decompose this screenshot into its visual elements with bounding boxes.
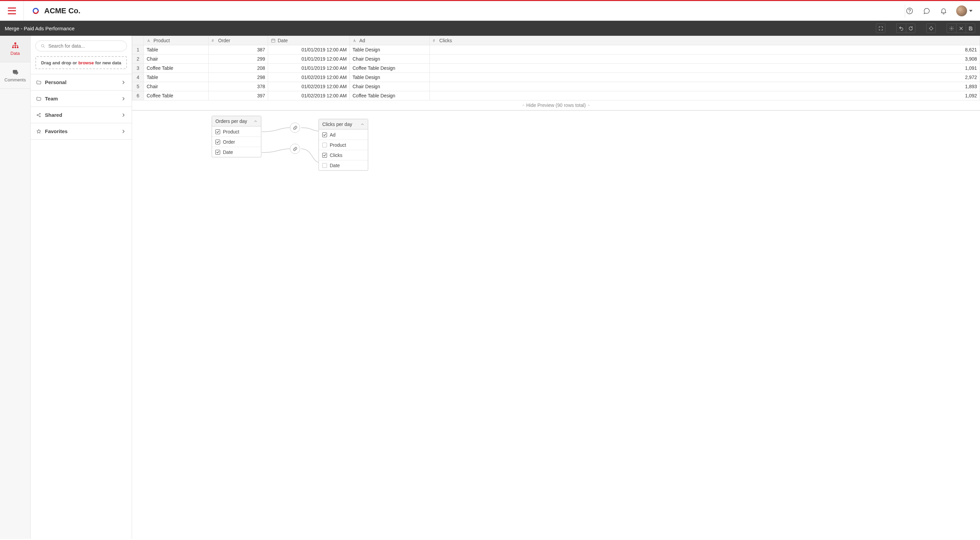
help-button[interactable] bbox=[905, 6, 914, 15]
column-header-product[interactable]: Product bbox=[144, 36, 208, 45]
document-title: Merge - Paid Ads Performance bbox=[5, 25, 75, 31]
titlebar: Merge - Paid Ads Performance bbox=[0, 21, 980, 36]
dropzone-text-post: for new data bbox=[95, 60, 121, 65]
topbar-actions bbox=[905, 5, 980, 16]
search-input[interactable] bbox=[48, 43, 122, 49]
search-box[interactable] bbox=[35, 40, 127, 51]
chevron-right-icon bbox=[121, 80, 126, 85]
chevron-up-icon bbox=[522, 104, 525, 107]
caret-down-icon bbox=[969, 10, 972, 12]
data-dropzone[interactable]: Drag and drop or browse for new data bbox=[35, 56, 127, 69]
rail-item-label: Comments bbox=[5, 77, 26, 83]
table-row[interactable]: 1Table38701/01/2019 12:00 AMTable Design… bbox=[132, 45, 980, 54]
row-number: 1 bbox=[132, 45, 144, 54]
preview-grid: Product Order Date Ad Clicks 1Table38701… bbox=[132, 36, 980, 111]
column-header-date[interactable]: Date bbox=[268, 36, 350, 45]
cell-order: 299 bbox=[208, 54, 268, 64]
brand-name: ACME Co. bbox=[44, 6, 80, 15]
link-icon bbox=[293, 125, 298, 131]
cell-product: Coffee Table bbox=[144, 64, 208, 73]
chevron-right-icon bbox=[121, 96, 126, 102]
undo-button[interactable] bbox=[896, 24, 906, 33]
table-row[interactable]: 2Chair29901/01/2019 12:00 AMChair Design… bbox=[132, 54, 980, 64]
chevron-up-icon bbox=[253, 119, 258, 123]
folder-team[interactable]: Team bbox=[30, 91, 132, 107]
folder-icon bbox=[36, 96, 41, 102]
checkbox-checked-icon bbox=[322, 153, 327, 158]
bell-icon bbox=[940, 7, 947, 14]
browse-link[interactable]: browse bbox=[78, 60, 94, 65]
search-icon bbox=[40, 44, 46, 49]
column-header-clicks[interactable]: Clicks bbox=[430, 36, 980, 45]
checkbox-checked-icon bbox=[215, 129, 220, 134]
hamburger-menu-button[interactable] bbox=[0, 1, 24, 21]
chat-icon bbox=[923, 7, 930, 14]
cell-product: Chair bbox=[144, 54, 208, 64]
field-date[interactable]: Date bbox=[319, 160, 368, 170]
save-button[interactable] bbox=[966, 24, 975, 33]
rail: Data Comments bbox=[0, 36, 30, 539]
join-link-badge[interactable] bbox=[290, 123, 300, 133]
row-number-header bbox=[132, 36, 144, 45]
field-ad[interactable]: Ad bbox=[319, 129, 368, 140]
undo-icon bbox=[899, 26, 904, 31]
merge-node-orders[interactable]: Orders per day Product Order Date bbox=[212, 116, 261, 157]
share-icon bbox=[36, 112, 41, 118]
table-row[interactable]: 6Coffee Table39701/02/2019 12:00 AMCoffe… bbox=[132, 91, 980, 100]
table-row[interactable]: 5Chair37801/02/2019 12:00 AMChair Design… bbox=[132, 82, 980, 91]
rail-item-comments[interactable]: Comments bbox=[0, 62, 30, 89]
cell-clicks: 1,092 bbox=[430, 91, 980, 100]
field-date[interactable]: Date bbox=[212, 147, 261, 157]
data-tree-icon bbox=[11, 42, 19, 49]
node-header[interactable]: Clicks per day bbox=[319, 119, 368, 129]
fullscreen-button[interactable] bbox=[876, 24, 885, 33]
merge-node-clicks[interactable]: Clicks per day Ad Product Clicks Date bbox=[318, 119, 368, 170]
cell-ad: Chair Design bbox=[350, 54, 430, 64]
column-header-order[interactable]: Order bbox=[208, 36, 268, 45]
folder-personal[interactable]: Personal bbox=[30, 74, 132, 91]
row-number: 4 bbox=[132, 73, 144, 82]
merge-diagram[interactable]: Orders per day Product Order Date Clicks… bbox=[132, 111, 980, 539]
field-order[interactable]: Order bbox=[212, 137, 261, 147]
rail-item-data[interactable]: Data bbox=[0, 36, 30, 62]
cell-date: 01/02/2019 12:00 AM bbox=[268, 91, 350, 100]
user-menu-button[interactable] bbox=[956, 5, 972, 16]
cell-ad: Coffee Table Design bbox=[350, 91, 430, 100]
date-type-icon bbox=[271, 38, 275, 43]
notifications-button[interactable] bbox=[939, 6, 948, 15]
cell-ad: Coffee Table Design bbox=[350, 64, 430, 73]
chat-button[interactable] bbox=[922, 6, 931, 15]
comments-icon bbox=[11, 68, 19, 76]
close-button[interactable] bbox=[956, 24, 966, 33]
recenter-button[interactable] bbox=[926, 24, 936, 33]
refresh-button[interactable] bbox=[906, 24, 915, 33]
link-icon bbox=[293, 147, 298, 151]
cell-date: 01/01/2019 12:00 AM bbox=[268, 45, 350, 54]
hide-preview-label: Hide Preview (90 rows total) bbox=[526, 102, 585, 108]
checkbox-checked-icon bbox=[215, 150, 220, 155]
settings-button[interactable] bbox=[947, 24, 956, 33]
column-header-ad[interactable]: Ad bbox=[350, 36, 430, 45]
cell-product: Chair bbox=[144, 82, 208, 91]
cell-clicks: 1,091 bbox=[430, 64, 980, 73]
table-row[interactable]: 3Coffee Table20801/01/2019 12:00 AMCoffe… bbox=[132, 64, 980, 73]
table-row[interactable]: 4Table29801/02/2019 12:00 AMTable Design… bbox=[132, 73, 980, 82]
folder-favorites[interactable]: Favorites bbox=[30, 123, 132, 140]
folder-icon bbox=[36, 80, 41, 85]
row-number: 2 bbox=[132, 54, 144, 64]
help-icon bbox=[906, 7, 913, 14]
chevron-up-icon bbox=[587, 104, 590, 107]
join-link-badge[interactable] bbox=[290, 144, 300, 154]
node-header[interactable]: Orders per day bbox=[212, 116, 261, 126]
hide-preview-toggle[interactable]: Hide Preview (90 rows total) bbox=[132, 100, 980, 110]
field-product[interactable]: Product bbox=[212, 126, 261, 137]
cell-order: 208 bbox=[208, 64, 268, 73]
close-icon bbox=[959, 26, 964, 31]
brand-logo-icon bbox=[32, 7, 40, 14]
avatar bbox=[956, 5, 967, 16]
save-icon bbox=[968, 26, 973, 31]
folder-label: Team bbox=[45, 96, 58, 102]
field-clicks[interactable]: Clicks bbox=[319, 150, 368, 160]
folder-shared[interactable]: Shared bbox=[30, 107, 132, 123]
field-product[interactable]: Product bbox=[319, 140, 368, 150]
